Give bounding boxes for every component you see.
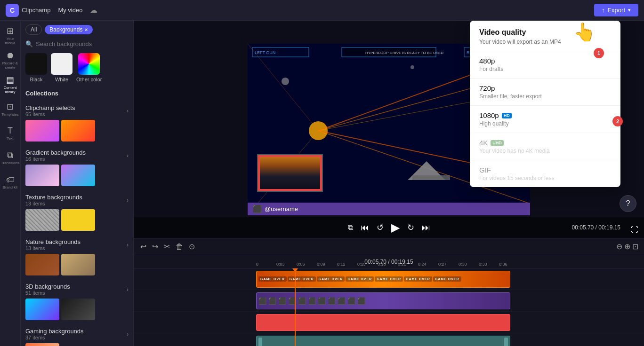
thumb-item (61, 120, 95, 142)
collection-thumbs (25, 343, 129, 346)
center-area: LEFT GUN RIGHT GUN HYPERLOOP DRIVE IS RE… (134, 21, 644, 346)
quality-popup-title: Video quality (479, 28, 611, 37)
collection-thumbs (25, 299, 129, 320)
thumb-item (25, 299, 59, 320)
filter-backgrounds-tag[interactable]: Backgrounds ✕ (45, 25, 93, 34)
thumb-item (25, 120, 59, 142)
collection-thumbs (25, 165, 129, 186)
text-icon: T (8, 126, 13, 136)
video-quality-popup: Video quality Your video will export as … (470, 21, 620, 187)
track-row-teal (134, 333, 644, 346)
play-pause-button[interactable]: ▶ (391, 221, 400, 234)
redo-button[interactable]: ↪ (151, 241, 159, 252)
ruler-tick: 0:36 (499, 259, 519, 267)
track-clips-twitch: ⬛ ⬛ ⬛ ⬛ ⬛ ⬛ ⬛ ⬛ ⬛ ⬛ (256, 291, 644, 310)
collection-texture-backgrounds[interactable]: Texture backgrounds 13 items › (21, 190, 133, 235)
filter-tag-close-icon[interactable]: ✕ (84, 27, 88, 32)
filter-all-button[interactable]: All (25, 24, 42, 35)
panel-filter-row: All Backgrounds ✕ (21, 21, 133, 39)
fullscreen-button[interactable]: ⛶ (631, 226, 638, 234)
time-display: 00:05.70 / 00:19.15 (572, 224, 620, 231)
username-display: @username (265, 205, 298, 212)
skip-forward-button[interactable]: ⏭ (422, 223, 430, 233)
collection-gaming-backgrounds[interactable]: Gaming backgrounds 37 items › (21, 324, 133, 346)
track-row-twitch: ⬛ ⬛ ⬛ ⬛ ⬛ ⬛ ⬛ ⬛ ⬛ ⬛ (134, 290, 644, 312)
sidebar-item-transitions[interactable]: ⧉ Transitions (2, 147, 19, 169)
main-layout: ⊞ Your media ⏺ Record & create ▤ Content… (0, 21, 644, 346)
track-row-red (134, 312, 644, 333)
twitch-logo-icon: ⬛ (252, 204, 262, 213)
collection-thumbs (25, 209, 129, 231)
forward-5s-button[interactable]: ↻ (407, 222, 414, 233)
help-button[interactable]: ? (620, 195, 636, 212)
ruler-tick: 0:12 (337, 259, 357, 267)
save-button[interactable]: ⊙ (188, 241, 196, 252)
collection-gradient-backgrounds[interactable]: Gradient backgrounds 16 items › (21, 145, 133, 190)
collection-nature-backgrounds[interactable]: Nature backgrounds 13 items › (21, 235, 133, 279)
sidebar-item-templates[interactable]: ⊡ Templates (2, 98, 19, 120)
export-dropdown-arrow: ▾ (628, 7, 631, 13)
clip-game-over[interactable]: GAME OVER GAME OVER GAME OVER GAME OVER … (256, 271, 510, 288)
ruler-tick: 0 (256, 259, 276, 267)
swatch-other-color[interactable]: Other color (76, 53, 102, 82)
thumb-item (61, 165, 95, 186)
ruler-tick: 0:06 (297, 259, 317, 267)
sidebar-item-record[interactable]: ⏺ Record & create (2, 49, 19, 71)
swatch-black[interactable]: Black (25, 53, 47, 82)
video-title[interactable]: My video (58, 7, 82, 14)
chevron-right-icon: › (127, 331, 129, 338)
templates-icon: ⊡ (7, 102, 14, 112)
search-box: 🔍 (21, 39, 133, 51)
quality-option-4k[interactable]: 4K UHD Your video has no 4K media (470, 133, 620, 160)
undo-button[interactable]: ↩ (139, 241, 147, 252)
sidebar-item-text[interactable]: T Text (2, 122, 19, 145)
quality-option-1080p[interactable]: 1080p HD High quality (470, 105, 620, 133)
rewind-5s-button[interactable]: ↺ (377, 222, 384, 233)
clip-teal[interactable] (256, 336, 510, 346)
swatch-white[interactable]: White (51, 53, 72, 82)
tracks-scroll-area: GAME OVER GAME OVER GAME OVER GAME OVER … (134, 268, 644, 346)
thumb-item (25, 343, 59, 346)
hd-badge: HD (502, 113, 512, 118)
quality-option-480p[interactable]: 480p For drafts (470, 51, 620, 78)
white-swatch-color (51, 53, 72, 75)
ruler-tick: 0:33 (479, 259, 499, 267)
collections-header: Collections (21, 88, 133, 101)
export-label: Export (607, 7, 625, 14)
timeline-area: ↩ ↪ ✂ 🗑 ⊙ ⊖ ⊕ ⊡ 00:0 (134, 238, 644, 346)
cut-button[interactable]: ✂ (163, 241, 171, 252)
app-logo[interactable]: C Clipchamp (6, 4, 50, 17)
clip-red[interactable] (256, 314, 510, 331)
track-clips-red (256, 313, 644, 332)
sidebar-item-brand-kit[interactable]: 🏷 Brand kit (2, 171, 19, 194)
filter-tag-label: Backgrounds (49, 26, 82, 33)
ruler-ticks: 0 0:03 0:06 0:09 0:12 0:15 0:18 0:21 0:2… (256, 259, 644, 267)
other-color-swatch (78, 53, 100, 75)
sidebar-item-your-media[interactable]: ⊞ Your media (2, 24, 19, 47)
sidebar-item-content-library[interactable]: ▤ Content library (2, 73, 19, 96)
zoom-in-button[interactable]: ⊕ (624, 242, 630, 251)
svg-rect-16 (412, 175, 450, 180)
content-panel: All Backgrounds ✕ 🔍 Black White Other (21, 21, 134, 346)
record-icon: ⏺ (6, 51, 15, 61)
collection-3d-backgrounds[interactable]: 3D backgrounds 51 items › (21, 279, 133, 324)
timeline-ruler-row: 00:05.70 / 00:19.15 0 0:03 0:06 0:09 0:1… (134, 255, 644, 268)
timeline-tracks-area: 00:05.70 / 00:19.15 0 0:03 0:06 0:09 0:1… (134, 255, 644, 346)
captions-toggle-button[interactable]: ⧉ (348, 223, 353, 232)
thumb-item (61, 209, 95, 231)
panel-scroll: Clipchamp selects 65 items › Gradient ba… (21, 101, 133, 346)
collection-clipchamp-selects[interactable]: Clipchamp selects 65 items › (21, 101, 133, 145)
brand-kit-icon: 🏷 (6, 175, 15, 185)
quality-option-gif[interactable]: GIF For videos 15 seconds or less (470, 160, 620, 187)
chevron-right-icon: › (127, 108, 129, 114)
zoom-fit-button[interactable]: ⊡ (632, 242, 638, 251)
clip-twitch-row[interactable]: ⬛ ⬛ ⬛ ⬛ ⬛ ⬛ ⬛ ⬛ ⬛ ⬛ (256, 292, 510, 309)
export-button[interactable]: ↑ Export ▾ (594, 4, 638, 16)
skip-back-button[interactable]: ⏮ (361, 223, 369, 233)
quality-option-720p[interactable]: 720p Smaller file, faster export (470, 78, 620, 105)
chevron-right-icon: › (127, 286, 129, 293)
app-name: Clipchamp (22, 7, 50, 14)
delete-button[interactable]: 🗑 (175, 242, 184, 252)
zoom-out-button[interactable]: ⊖ (616, 242, 622, 251)
search-input[interactable] (36, 40, 129, 47)
